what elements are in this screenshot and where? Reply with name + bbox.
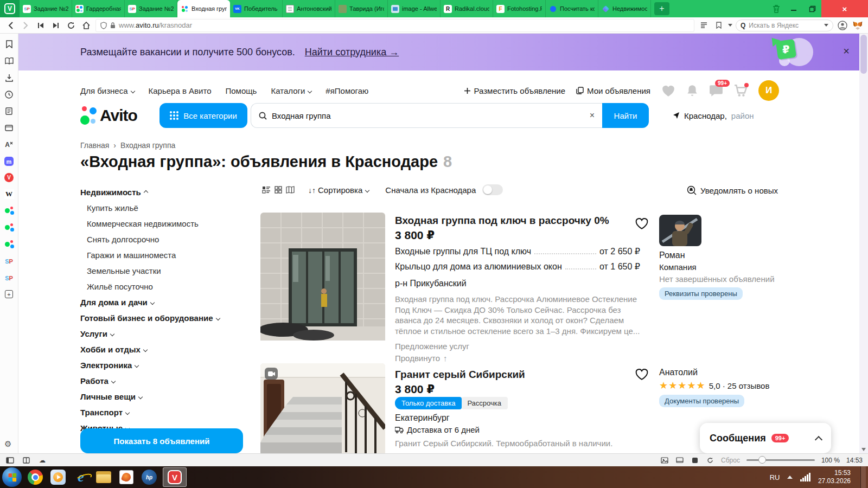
- rewind-icon[interactable]: [35, 20, 47, 31]
- listing-title[interactable]: Гранит серый Сибирский: [395, 369, 634, 381]
- zoom-reset-button[interactable]: Сброс: [721, 457, 740, 464]
- taskbar-explorer-icon[interactable]: [94, 468, 113, 486]
- taskbar-photo-viewer-icon[interactable]: [117, 468, 136, 486]
- notifications-bell-icon[interactable]: [686, 84, 698, 97]
- browser-tab-active[interactable]: Входная групп: [177, 0, 230, 17]
- add-web-panel-icon[interactable]: +: [5, 290, 13, 298]
- show-ads-button[interactable]: Показать 8 объявлений: [80, 428, 243, 453]
- grid-view-icon[interactable]: [272, 184, 284, 195]
- nav-career[interactable]: Карьера в Авито: [149, 86, 212, 95]
- close-button[interactable]: ×: [821, 0, 868, 17]
- nav-ihelp[interactable]: #яПомогаю: [326, 86, 368, 95]
- sidebar-item-nedvizhimost[interactable]: Недвижимость: [80, 184, 243, 200]
- user-avatar[interactable]: И: [758, 80, 779, 101]
- messages-popup[interactable]: Сообщения 99+: [700, 423, 831, 453]
- sidebar-subitem[interactable]: Коммерческая недвижимость: [80, 216, 243, 232]
- restore-button[interactable]: [803, 0, 821, 17]
- sidebar-item-lichnye[interactable]: Личные вещи: [80, 389, 243, 404]
- vivaldi-menu-button[interactable]: V: [0, 0, 20, 17]
- seller-name[interactable]: Роман: [659, 251, 685, 260]
- my-ads-button[interactable]: Мои объявления: [576, 86, 650, 95]
- nav-help[interactable]: Помощь: [226, 86, 257, 95]
- page-image-toggle-icon[interactable]: [660, 457, 669, 464]
- notify-new-button[interactable]: Уведомлять о новых: [687, 185, 778, 195]
- mastodon-panel-icon[interactable]: m: [4, 157, 14, 166]
- bookmark-dropdown-icon[interactable]: [728, 24, 732, 27]
- banner-link[interactable]: Найти сотрудника →: [305, 47, 399, 58]
- seller-avatar[interactable]: [659, 215, 701, 246]
- bookmarks-panel-icon[interactable]: [4, 39, 14, 49]
- tiling-icon[interactable]: [22, 457, 30, 464]
- profile-icon[interactable]: [837, 20, 848, 31]
- trash-icon[interactable]: [768, 0, 784, 17]
- search-input[interactable]: Входная группа ×: [251, 103, 602, 128]
- sidebar-item-dom-dacha[interactable]: Для дома и дачи: [80, 294, 243, 310]
- metamask-icon[interactable]: [852, 20, 864, 31]
- sort-dropdown[interactable]: ↓↑Сортировка: [308, 185, 369, 195]
- sidebar-subitem[interactable]: Жильё посуточно: [80, 279, 243, 294]
- vivaldi-panel-icon[interactable]: V: [4, 173, 14, 182]
- post-ad-button[interactable]: Разместить объявление: [464, 86, 565, 95]
- bookmark-icon[interactable]: [713, 20, 725, 31]
- zoom-slider[interactable]: [746, 459, 815, 461]
- browser-tab[interactable]: Посчитать кол: [546, 0, 598, 17]
- browser-tab[interactable]: F Fotohosting.Pr: [493, 0, 546, 17]
- cart-icon[interactable]: [734, 84, 748, 97]
- avito-panel-icon[interactable]: [4, 223, 14, 233]
- notes-panel-icon[interactable]: [4, 106, 14, 116]
- browser-tab[interactable]: image - Allweb: [388, 0, 441, 17]
- theme-icon[interactable]: [691, 457, 699, 464]
- messages-chat-icon[interactable]: 99+: [709, 84, 723, 97]
- page-scrollbar[interactable]: [859, 34, 868, 453]
- tray-expand-icon[interactable]: [787, 476, 793, 479]
- fast-forward-icon[interactable]: [50, 20, 62, 31]
- sidebar-subitem[interactable]: Земельные участки: [80, 263, 243, 279]
- browser-tab[interactable]: SP Задание №292: [125, 0, 177, 17]
- list-view-icon[interactable]: [260, 184, 272, 195]
- history-panel-icon[interactable]: [4, 89, 14, 99]
- banner-close-icon[interactable]: ×: [843, 46, 850, 56]
- reader-view-icon[interactable]: [698, 20, 710, 31]
- scroll-down-icon[interactable]: [861, 448, 866, 451]
- sidebar-item-elektronika[interactable]: Электроника: [80, 357, 243, 373]
- chevron-up-icon[interactable]: [815, 436, 822, 444]
- downloads-panel-icon[interactable]: [4, 73, 14, 82]
- yandex-search-box[interactable]: Q Искать в Яндекс: [736, 20, 833, 31]
- start-button[interactable]: [2, 467, 22, 487]
- browser-tab[interactable]: SP Задание №29:: [20, 0, 72, 17]
- favorite-heart-icon[interactable]: [635, 368, 649, 383]
- home-icon[interactable]: [80, 20, 92, 31]
- nav-for-business[interactable]: Для бизнеса: [80, 86, 135, 95]
- sp-panel-icon[interactable]: SP: [4, 273, 14, 283]
- sidebar-subitem[interactable]: Гаражи и машиноместа: [80, 247, 243, 263]
- scrollbar-thumb[interactable]: [860, 35, 867, 74]
- listing-photo[interactable]: [260, 363, 385, 453]
- sp-panel-icon[interactable]: SP: [4, 256, 14, 266]
- avito-panel-icon[interactable]: [4, 240, 14, 249]
- breadcrumb-home[interactable]: Главная: [80, 141, 109, 150]
- browser-tab[interactable]: Таврида (Игор: [335, 0, 388, 17]
- sidebar-item-transport[interactable]: Транспорт: [80, 404, 243, 420]
- map-view-icon[interactable]: [284, 184, 296, 195]
- url-field[interactable]: www.avito.ru/krasnodar: [95, 19, 694, 32]
- minimize-button[interactable]: [784, 0, 803, 17]
- show-desktop-button[interactable]: [860, 466, 866, 488]
- browser-tab[interactable]: VK Победитель Б: [230, 0, 283, 17]
- panel-toggle-icon[interactable]: [5, 457, 14, 464]
- sidebar-item-rabota[interactable]: Работа: [80, 373, 243, 389]
- clear-search-icon[interactable]: ×: [590, 111, 595, 120]
- local-first-toggle[interactable]: [482, 184, 503, 195]
- nav-catalogs[interactable]: Каталоги: [271, 86, 311, 95]
- sync-icon[interactable]: [706, 457, 714, 464]
- new-tab-button[interactable]: +: [654, 2, 669, 15]
- browser-tab[interactable]: Недвижимост: [598, 0, 651, 17]
- sidebar-item-biznes[interactable]: Готовый бизнес и оборудование: [80, 310, 243, 326]
- forward-icon[interactable]: [20, 20, 31, 31]
- avito-panel-icon[interactable]: [4, 206, 14, 216]
- back-icon[interactable]: [4, 20, 16, 31]
- zoom-slider-knob[interactable]: [758, 456, 766, 464]
- taskbar-media-player-icon[interactable]: [49, 468, 67, 486]
- browser-tab[interactable]: R Radikal.cloud -: [441, 0, 493, 17]
- browser-tab[interactable]: Гардеробная с: [72, 0, 125, 17]
- reload-icon[interactable]: [65, 20, 77, 31]
